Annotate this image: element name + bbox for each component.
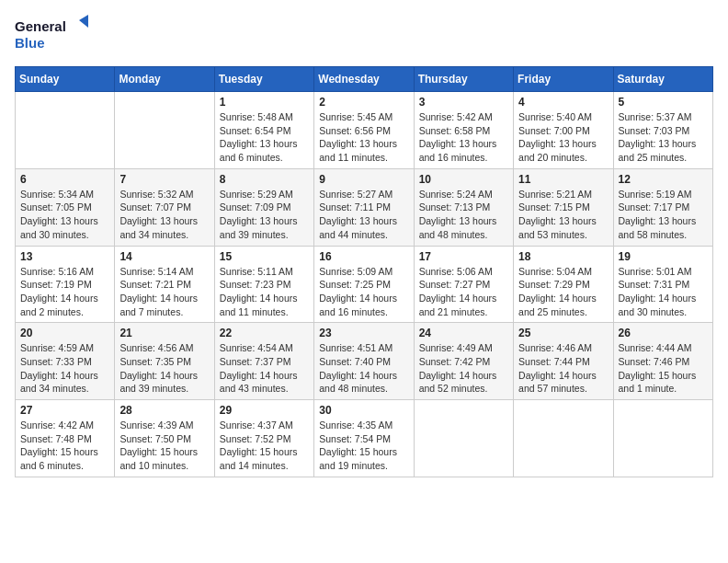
calendar-cell: 13 Sunrise: 5:16 AMSunset: 7:19 PMDaylig… [16,246,115,323]
day-info: Sunrise: 5:04 AMSunset: 7:29 PMDaylight:… [518,265,608,319]
calendar-week-row: 20 Sunrise: 4:59 AMSunset: 7:33 PMDaylig… [16,323,713,400]
day-info: Sunrise: 5:06 AMSunset: 7:27 PMDaylight:… [419,265,508,319]
day-info: Sunrise: 4:42 AMSunset: 7:48 PMDaylight:… [20,419,109,473]
calendar-cell: 11 Sunrise: 5:21 AMSunset: 7:15 PMDaylig… [514,168,613,246]
day-info: Sunrise: 4:46 AMSunset: 7:44 PMDaylight:… [518,341,608,396]
day-info: Sunrise: 5:45 AMSunset: 6:56 PMDaylight:… [319,110,408,165]
day-number: 1 [220,96,309,109]
day-number: 14 [119,250,209,263]
day-info: Sunrise: 4:37 AMSunset: 7:52 PMDaylight:… [220,419,309,473]
day-info: Sunrise: 5:21 AMSunset: 7:15 PMDaylight:… [518,188,608,242]
calendar-cell: 6 Sunrise: 5:34 AMSunset: 7:05 PMDayligh… [16,168,115,246]
calendar-cell: 15 Sunrise: 5:11 AMSunset: 7:23 PMDaylig… [214,246,313,323]
day-info: Sunrise: 5:11 AMSunset: 7:23 PMDaylight:… [220,265,309,319]
calendar-table: SundayMondayTuesdayWednesdayThursdayFrid… [15,66,713,477]
day-number: 11 [518,173,608,186]
day-number: 15 [220,250,309,263]
calendar-cell: 5 Sunrise: 5:37 AMSunset: 7:03 PMDayligh… [613,92,712,169]
day-number: 23 [319,327,408,339]
calendar-cell: 25 Sunrise: 4:46 AMSunset: 7:44 PMDaylig… [514,323,613,400]
day-info: Sunrise: 4:54 AMSunset: 7:37 PMDaylight:… [220,341,309,396]
day-info: Sunrise: 4:44 AMSunset: 7:46 PMDaylight:… [619,341,708,396]
svg-text:General: General [15,18,66,34]
calendar-week-row: 27 Sunrise: 4:42 AMSunset: 7:48 PMDaylig… [16,400,713,477]
day-info: Sunrise: 5:29 AMSunset: 7:09 PMDaylight:… [220,188,309,242]
calendar-cell: 20 Sunrise: 4:59 AMSunset: 7:33 PMDaylig… [16,323,115,400]
day-info: Sunrise: 4:51 AMSunset: 7:40 PMDaylight:… [319,341,408,396]
calendar-cell [514,400,613,477]
day-number: 26 [619,327,708,339]
calendar-cell: 7 Sunrise: 5:32 AMSunset: 7:07 PMDayligh… [115,168,214,246]
weekday-header-tuesday: Tuesday [214,67,313,92]
day-number: 7 [119,173,209,186]
day-info: Sunrise: 4:39 AMSunset: 7:50 PMDaylight:… [119,419,209,473]
day-info: Sunrise: 5:19 AMSunset: 7:17 PMDaylight:… [619,188,708,242]
day-number: 28 [119,404,209,417]
day-number: 4 [518,96,608,109]
day-number: 3 [419,96,508,109]
calendar-cell: 16 Sunrise: 5:09 AMSunset: 7:25 PMDaylig… [314,246,414,323]
day-number: 22 [220,327,309,339]
day-info: Sunrise: 5:37 AMSunset: 7:03 PMDaylight:… [619,110,708,165]
day-info: Sunrise: 5:09 AMSunset: 7:25 PMDaylight:… [319,265,408,319]
calendar-cell: 8 Sunrise: 5:29 AMSunset: 7:09 PMDayligh… [214,168,313,246]
day-info: Sunrise: 5:14 AMSunset: 7:21 PMDaylight:… [119,265,209,319]
day-info: Sunrise: 5:16 AMSunset: 7:19 PMDaylight:… [20,265,109,319]
calendar-cell [115,92,214,169]
day-number: 12 [619,173,708,186]
calendar-cell: 18 Sunrise: 5:04 AMSunset: 7:29 PMDaylig… [514,246,613,323]
day-info: Sunrise: 4:56 AMSunset: 7:35 PMDaylight:… [119,341,209,396]
calendar-cell: 14 Sunrise: 5:14 AMSunset: 7:21 PMDaylig… [115,246,214,323]
day-info: Sunrise: 5:40 AMSunset: 7:00 PMDaylight:… [518,110,608,165]
weekday-header-monday: Monday [115,67,214,92]
day-info: Sunrise: 5:42 AMSunset: 6:58 PMDaylight:… [419,110,508,165]
day-number: 24 [419,327,508,339]
svg-text:Blue: Blue [15,35,45,51]
day-info: Sunrise: 5:48 AMSunset: 6:54 PMDaylight:… [220,110,309,165]
calendar-cell: 30 Sunrise: 4:35 AMSunset: 7:54 PMDaylig… [314,400,414,477]
day-info: Sunrise: 5:34 AMSunset: 7:05 PMDaylight:… [20,188,109,242]
day-number: 17 [419,250,508,263]
day-number: 16 [319,250,408,263]
weekday-header-sunday: Sunday [16,67,115,92]
calendar-cell: 19 Sunrise: 5:01 AMSunset: 7:31 PMDaylig… [613,246,712,323]
day-number: 5 [619,96,708,109]
day-info: Sunrise: 5:01 AMSunset: 7:31 PMDaylight:… [619,265,708,319]
day-number: 18 [518,250,608,263]
day-info: Sunrise: 4:59 AMSunset: 7:33 PMDaylight:… [20,341,109,396]
calendar-week-row: 13 Sunrise: 5:16 AMSunset: 7:19 PMDaylig… [16,246,713,323]
calendar-cell: 28 Sunrise: 4:39 AMSunset: 7:50 PMDaylig… [115,400,214,477]
day-info: Sunrise: 4:49 AMSunset: 7:42 PMDaylight:… [419,341,508,396]
calendar-cell: 24 Sunrise: 4:49 AMSunset: 7:42 PMDaylig… [414,323,513,400]
day-number: 25 [518,327,608,339]
day-number: 27 [20,404,109,417]
svg-marker-2 [79,15,88,28]
day-number: 19 [619,250,708,263]
weekday-header-thursday: Thursday [414,67,513,92]
calendar-week-row: 6 Sunrise: 5:34 AMSunset: 7:05 PMDayligh… [16,168,713,246]
weekday-header-wednesday: Wednesday [314,67,414,92]
calendar-cell: 23 Sunrise: 4:51 AMSunset: 7:40 PMDaylig… [314,323,414,400]
calendar-cell: 17 Sunrise: 5:06 AMSunset: 7:27 PMDaylig… [414,246,513,323]
calendar-cell: 4 Sunrise: 5:40 AMSunset: 7:00 PMDayligh… [514,92,613,169]
day-number: 20 [20,327,109,339]
day-number: 29 [220,404,309,417]
day-info: Sunrise: 5:24 AMSunset: 7:13 PMDaylight:… [419,188,508,242]
calendar-cell [613,400,712,477]
day-number: 30 [319,404,408,417]
calendar-cell: 26 Sunrise: 4:44 AMSunset: 7:46 PMDaylig… [613,323,712,400]
calendar-cell: 3 Sunrise: 5:42 AMSunset: 6:58 PMDayligh… [414,92,513,169]
day-number: 10 [419,173,508,186]
weekday-header-saturday: Saturday [613,67,712,92]
day-number: 6 [20,173,109,186]
day-info: Sunrise: 5:27 AMSunset: 7:11 PMDaylight:… [319,188,408,242]
weekday-header-friday: Friday [514,67,613,92]
calendar-cell: 1 Sunrise: 5:48 AMSunset: 6:54 PMDayligh… [214,92,313,169]
logo-svg: General Blue [15,15,88,55]
calendar-cell: 2 Sunrise: 5:45 AMSunset: 6:56 PMDayligh… [314,92,414,169]
calendar-cell [414,400,513,477]
day-info: Sunrise: 4:35 AMSunset: 7:54 PMDaylight:… [319,419,408,473]
calendar-cell: 29 Sunrise: 4:37 AMSunset: 7:52 PMDaylig… [214,400,313,477]
calendar-cell [16,92,115,169]
day-number: 9 [319,173,408,186]
